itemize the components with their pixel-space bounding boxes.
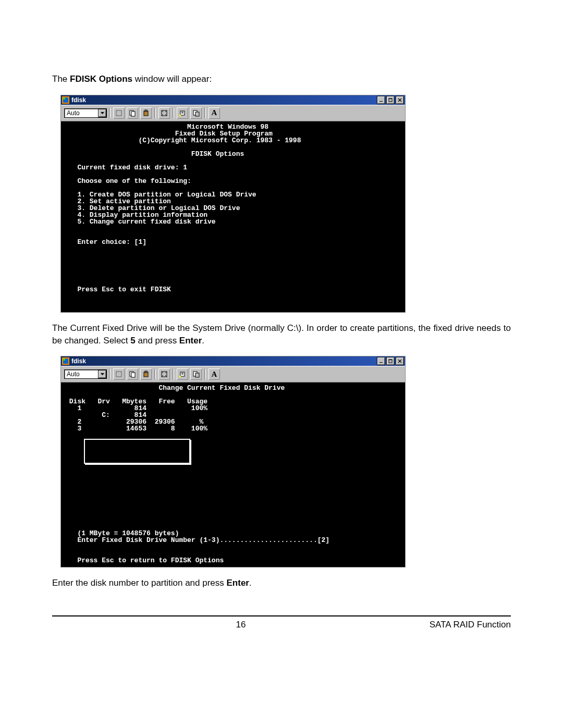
toolbar: Auto — [61, 366, 405, 382]
separator-icon — [173, 108, 174, 118]
screen-artifact-box — [84, 439, 190, 464]
separator-icon — [109, 369, 111, 379]
msdos-icon — [62, 357, 69, 365]
svg-rect-24 — [389, 360, 392, 360]
svg-rect-43 — [195, 373, 199, 377]
minimize-button[interactable] — [377, 357, 385, 365]
text: and press — [136, 336, 179, 346]
background-button[interactable] — [190, 107, 202, 119]
copy-button[interactable] — [126, 368, 139, 380]
title-left: fdisk — [62, 96, 86, 104]
text: window will appear: — [132, 74, 212, 84]
svg-rect-8 — [131, 112, 135, 116]
window-title: fdisk — [71, 358, 86, 364]
font-button[interactable]: A — [208, 368, 221, 380]
text: Enter the disk number to partition and p… — [52, 578, 227, 588]
separator-icon — [109, 108, 111, 118]
console-text-top: Change Current Fixed Disk Drive Disk Drv… — [65, 385, 401, 432]
svg-rect-19 — [179, 115, 181, 116]
text-bold: Enter — [179, 336, 202, 346]
svg-rect-22 — [380, 362, 383, 363]
fdisk-window-1: fdisk Auto — [60, 95, 406, 313]
paste-button[interactable] — [140, 368, 152, 380]
svg-rect-10 — [145, 110, 147, 112]
outro-text: Enter the disk number to partition and p… — [52, 577, 511, 589]
page-number: 16 — [236, 620, 246, 630]
background-button[interactable] — [190, 368, 202, 380]
copy-button[interactable] — [126, 107, 139, 119]
svg-rect-2 — [389, 98, 392, 99]
text-bold: Enter — [227, 578, 249, 588]
fdisk-window-2: fdisk Auto — [60, 356, 406, 567]
console-text-bottom: (1 MByte = 1048576 bytes) Enter Fixed Di… — [65, 530, 329, 564]
svg-marker-27 — [101, 373, 104, 375]
window-buttons — [377, 357, 404, 365]
separator-icon — [204, 108, 206, 118]
title-bar: fdisk — [61, 95, 405, 105]
maximize-button[interactable] — [386, 357, 395, 365]
properties-button[interactable] — [176, 107, 189, 119]
text: . — [202, 336, 204, 346]
msdos-icon — [62, 96, 69, 104]
text: The Current Fixed Drive will be the Syst… — [52, 323, 511, 346]
fullscreen-button[interactable] — [158, 107, 170, 119]
svg-rect-6 — [116, 110, 121, 116]
separator-icon — [154, 108, 156, 118]
svg-rect-28 — [116, 372, 121, 377]
toolbar: Auto — [61, 105, 405, 121]
intro-text: The FDISK Options window will appear: — [52, 73, 511, 85]
close-button[interactable] — [396, 96, 404, 104]
minimize-button[interactable] — [377, 96, 385, 104]
svg-rect-30 — [131, 373, 135, 377]
page: The FDISK Options window will appear: fd… — [0, 0, 563, 728]
window-buttons — [377, 96, 404, 104]
footer: 16 SATA RAID Function — [52, 620, 511, 630]
svg-rect-41 — [179, 376, 181, 377]
chevron-down-icon[interactable] — [98, 370, 106, 378]
separator-icon — [173, 369, 174, 379]
mark-button[interactable] — [113, 368, 125, 380]
separator-icon — [204, 369, 206, 379]
console: Microsoft Windows 98 Fixed Disk Setup Pr… — [61, 121, 405, 312]
properties-button[interactable] — [176, 368, 189, 380]
combo-value: Auto — [67, 109, 80, 117]
mid-text: The Current Fixed Drive will be the Syst… — [52, 322, 511, 347]
separator-icon — [154, 369, 156, 379]
console: Change Current Fixed Disk Drive Disk Drv… — [61, 382, 405, 567]
svg-rect-0 — [380, 101, 383, 102]
title-bar: fdisk — [61, 356, 405, 366]
text: The — [52, 74, 70, 84]
text: . — [249, 578, 252, 588]
fullscreen-button[interactable] — [158, 368, 170, 380]
close-button[interactable] — [396, 357, 404, 365]
maximize-button[interactable] — [386, 96, 395, 104]
chevron-down-icon[interactable] — [98, 109, 106, 117]
window-title: fdisk — [71, 97, 86, 103]
text-bold: FDISK Options — [70, 74, 132, 84]
mark-button[interactable] — [113, 107, 125, 119]
footer-right: SATA RAID Function — [430, 620, 511, 630]
font-button[interactable]: A — [208, 107, 221, 119]
svg-marker-5 — [101, 112, 104, 114]
paste-button[interactable] — [140, 107, 152, 119]
console-text: Microsoft Windows 98 Fixed Disk Setup Pr… — [65, 124, 401, 293]
title-left: fdisk — [62, 357, 86, 365]
combo-value: Auto — [67, 371, 80, 378]
zoom-combo[interactable]: Auto — [64, 108, 107, 118]
svg-rect-21 — [195, 112, 199, 116]
zoom-combo[interactable]: Auto — [64, 369, 107, 379]
text-bold: 5 — [130, 336, 135, 346]
footer-line — [52, 615, 511, 616]
svg-rect-32 — [145, 371, 147, 373]
